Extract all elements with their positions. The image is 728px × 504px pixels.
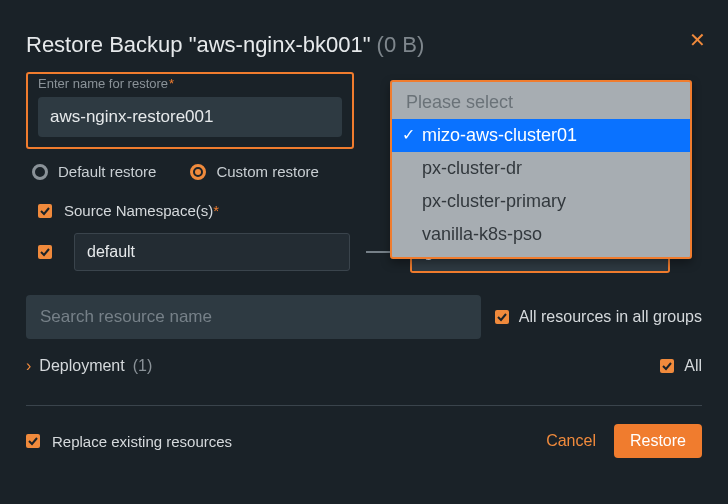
deployment-toggle[interactable]: › Deployment (1): [26, 357, 152, 375]
dropdown-option[interactable]: px-cluster-dr: [392, 152, 690, 185]
destination-cluster-dropdown[interactable]: Please select mizo-aws-cluster01px-clust…: [390, 80, 692, 259]
required-marker: *: [169, 76, 174, 91]
all-resources-checkbox[interactable]: All resources in all groups: [495, 308, 702, 326]
checkbox-checked-icon: [495, 310, 509, 324]
all-resources-label: All resources in all groups: [519, 308, 702, 326]
deployment-all-checkbox[interactable]: All: [660, 357, 702, 375]
source-namespace-label-text: Source Namespace(s): [64, 202, 213, 219]
dropdown-placeholder: Please select: [392, 86, 690, 119]
checkbox-checked-icon: [26, 434, 40, 448]
dropdown-option[interactable]: vanilla-k8s-pso: [392, 218, 690, 251]
footer-actions: Cancel Restore: [546, 424, 702, 458]
dropdown-option[interactable]: mizo-aws-cluster01: [392, 119, 690, 152]
default-restore-label: Default restore: [58, 163, 156, 180]
resource-search-row: All resources in all groups: [26, 295, 702, 339]
dropdown-list: mizo-aws-cluster01px-cluster-drpx-cluste…: [392, 119, 690, 251]
required-marker: *: [213, 202, 219, 219]
deployment-label: Deployment: [39, 357, 124, 375]
backup-size: (0 B): [377, 32, 425, 58]
backup-name: "aws-nginx-bk001": [189, 32, 371, 57]
restore-name-group: Enter name for restore*: [26, 72, 354, 149]
cancel-button[interactable]: Cancel: [546, 432, 596, 450]
restore-name-label: Enter name for restore*: [38, 76, 342, 91]
custom-restore-radio[interactable]: Custom restore: [190, 163, 319, 180]
search-input[interactable]: [26, 295, 481, 339]
restore-name-input[interactable]: [38, 97, 342, 137]
close-icon[interactable]: ✕: [689, 30, 706, 50]
replace-resources-label: Replace existing resources: [52, 433, 232, 450]
chevron-right-icon: ›: [26, 357, 31, 375]
title-prefix: Restore Backup: [26, 32, 189, 57]
restore-name-label-text: Enter name for restore: [38, 76, 168, 91]
checkbox-checked-icon: [660, 359, 674, 373]
deployment-all-label: All: [684, 357, 702, 375]
default-restore-radio[interactable]: Default restore: [32, 163, 156, 180]
dialog-header: Restore Backup "aws-nginx-bk001" (0 B) ✕: [26, 0, 702, 72]
divider: [26, 405, 702, 406]
radio-unchecked-icon: [32, 164, 48, 180]
restore-button[interactable]: Restore: [614, 424, 702, 458]
dialog-footer: Replace existing resources Cancel Restor…: [26, 424, 702, 458]
checkbox-checked-icon[interactable]: [38, 204, 52, 218]
dialog-title: Restore Backup "aws-nginx-bk001": [26, 32, 371, 58]
deployment-count: (1): [133, 357, 153, 375]
replace-resources-checkbox[interactable]: Replace existing resources: [26, 433, 232, 450]
source-namespace-input[interactable]: [74, 233, 350, 271]
deployment-row: › Deployment (1) All: [26, 357, 702, 375]
checkbox-checked-icon[interactable]: [38, 245, 52, 259]
radio-checked-icon: [190, 164, 206, 180]
custom-restore-label: Custom restore: [216, 163, 319, 180]
dropdown-option[interactable]: px-cluster-primary: [392, 185, 690, 218]
source-namespace-label: Source Namespace(s)*: [64, 202, 219, 219]
